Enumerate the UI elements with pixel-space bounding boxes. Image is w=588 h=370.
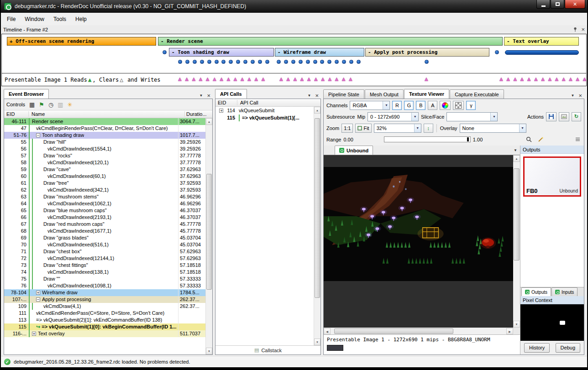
tab-texture-viewer[interactable]: Texture Viewer (404, 89, 449, 99)
timeline-close-icon[interactable]: × (581, 26, 585, 32)
scroll-thumb[interactable] (514, 168, 520, 261)
drawcall-dot[interactable] (313, 60, 317, 64)
flip-y-button[interactable]: ↕ (424, 124, 433, 133)
expander-icon[interactable]: + (32, 332, 36, 336)
scroll-thumb[interactable] (315, 118, 320, 298)
event-row[interactable]: 55Draw "hill"39.25926 (4, 139, 205, 146)
dock-close-icon[interactable]: × (578, 93, 582, 99)
drawcall-dot[interactable] (229, 60, 233, 64)
event-row[interactable]: 78-104+Wireframe draw1784.5... (4, 289, 205, 296)
gamma-button[interactable]: γ (466, 101, 476, 110)
drawcall-dot[interactable] (251, 60, 255, 64)
dock-menu-icon[interactable]: ▼ (571, 94, 574, 98)
event-row[interactable]: 113=> vkQueueSubmit(2)[1]: vkEndCommandB… (4, 317, 205, 323)
usage-triangle[interactable]: ▲ (534, 75, 538, 82)
event-browser-scrollbar[interactable]: ▲ ▼ (205, 118, 212, 354)
usage-triangle[interactable]: ▲ (425, 75, 428, 82)
drawcall-dot[interactable] (425, 60, 429, 64)
usage-triangle[interactable]: ▲ (300, 75, 304, 82)
close-button[interactable]: × (565, 0, 585, 9)
tab-pipeline-state[interactable]: Pipeline State (323, 89, 364, 99)
texture-display[interactable]: ▲ ▼ ◀ ▶ (324, 155, 520, 334)
usage-triangle[interactable]: ▲ (499, 75, 503, 82)
scroll-down-icon[interactable]: ▼ (513, 321, 520, 328)
usage-triangle[interactable]: ▲ (254, 75, 258, 82)
drawcall-dot[interactable] (357, 60, 361, 64)
timeline-bar-offscreen[interactable]: + Off-screen scene rendering (7, 37, 156, 46)
event-row[interactable]: 71Draw "chest box"57.62963 (4, 248, 205, 255)
drawcall-dot[interactable] (163, 50, 167, 54)
range-handle[interactable] (467, 137, 469, 141)
drawcall-dot[interactable] (342, 60, 346, 64)
usage-triangle[interactable]: ▲ (314, 75, 318, 82)
usage-triangle[interactable]: ▲ (261, 75, 265, 82)
usage-triangle[interactable]: ▲ (192, 75, 195, 82)
custom-shader-button[interactable] (440, 101, 451, 110)
event-row[interactable]: 57Draw "rocks"37.77778 (4, 152, 205, 159)
range-max-value[interactable]: 1.00 (473, 137, 483, 142)
drawcall-dot[interactable] (193, 60, 197, 64)
event-row[interactable]: 63Draw "mushroom stems"46.96296 (4, 193, 205, 200)
event-row[interactable]: 47vkCmdBeginRenderPass(C=Clear, D=Clear,… (4, 125, 205, 132)
usage-triangle[interactable]: ▲ (569, 75, 572, 82)
usage-triangle[interactable]: ▲ (349, 75, 352, 82)
menu-window[interactable]: Window (20, 14, 49, 24)
scroll-right-icon[interactable]: ▶ (506, 328, 513, 334)
toolbar-overflow-button[interactable] (574, 135, 581, 144)
drawcall-dot[interactable] (243, 60, 247, 64)
scroll-up-icon[interactable]: ▲ (513, 155, 520, 162)
channels-dropdown[interactable]: RGBA ▼ (350, 101, 390, 110)
usage-triangle[interactable]: ▲ (247, 75, 251, 82)
scroll-thumb[interactable] (334, 328, 454, 334)
api-row[interactable]: +114vkQueueSubmit (215, 107, 314, 114)
overlay-dropdown[interactable]: None ▼ (460, 124, 526, 133)
usage-triangle[interactable]: ▲ (199, 75, 203, 82)
usage-triangle[interactable]: ▲ (220, 75, 223, 82)
usage-triangle[interactable]: ▲ (328, 75, 331, 82)
column-eid[interactable]: EID (215, 100, 237, 105)
event-row[interactable]: 72vkCmdDrawIndexed(12144,1)57.62963 (4, 255, 205, 262)
slice-face-dropdown[interactable]: ▼ (446, 112, 498, 121)
usage-triangle[interactable]: ▲ (185, 75, 189, 82)
event-row[interactable]: 46-111Render scene3064.7... (4, 118, 205, 125)
drawcall-dot[interactable] (185, 60, 189, 64)
callstack-bar[interactable]: ▤ Callstack (215, 345, 320, 354)
maximize-button[interactable] (551, 0, 564, 9)
drawcall-dot[interactable] (178, 60, 182, 64)
drawcall-dot[interactable] (284, 60, 288, 64)
drawcall-dot[interactable] (265, 60, 269, 64)
usage-triangle[interactable]: ▲ (548, 75, 551, 82)
save-texture-button[interactable] (546, 112, 556, 121)
event-row[interactable]: 67Draw "red mushroom caps"45.77778 (4, 221, 205, 228)
titlebar[interactable]: debugmarker.rdc - RenderDoc Unofficial r… (1, 0, 587, 13)
tab-list-icon[interactable]: ▼ (514, 148, 517, 152)
column-duration[interactable]: Duratio... (185, 111, 212, 117)
tab-outputs[interactable]: Outputs (521, 287, 551, 296)
channel-a-button[interactable]: A (428, 101, 437, 110)
fb0-thumbnail[interactable]: FB0 Unbound (523, 156, 581, 197)
texture-image[interactable] (324, 167, 513, 281)
expander-icon[interactable]: − (36, 133, 40, 137)
event-row[interactable]: 73Draw "chest fittings"57.18518 (4, 262, 205, 269)
event-row[interactable]: 107-...−Apply post processing262.37... (4, 296, 205, 303)
usage-triangle[interactable]: ▲ (226, 75, 230, 82)
usage-triangle[interactable]: ▲ (513, 75, 517, 82)
pixel-context-view[interactable] (520, 304, 584, 341)
event-row[interactable]: 109vkCmdDraw(4,1)262.37... (4, 303, 205, 310)
dock-menu-icon[interactable]: ▼ (307, 94, 311, 98)
refresh-button[interactable]: ↻ (572, 112, 581, 121)
drawcall-dot[interactable] (258, 60, 262, 64)
tab-capture-executable[interactable]: Capture Executable (450, 89, 504, 99)
usage-triangle[interactable]: ▲ (541, 75, 545, 82)
range-slider[interactable] (384, 136, 471, 142)
zoom-range-button[interactable] (524, 135, 534, 144)
pin-icon[interactable] (573, 27, 578, 32)
column-eid[interactable]: EID (4, 111, 29, 117)
usage-triangle[interactable]: ▲ (286, 75, 290, 82)
drawcall-dot[interactable] (277, 60, 281, 64)
event-row[interactable]: 70vkCmdDrawIndexed(516,1)45.03704 (4, 241, 205, 248)
drawcall-dot[interactable] (320, 60, 324, 64)
texture-tab-unbound[interactable]: Unbound (335, 146, 373, 155)
event-row[interactable]: 116-...+Text overlay511.7037 (4, 330, 205, 337)
column-api-call[interactable]: API Call (237, 100, 320, 105)
